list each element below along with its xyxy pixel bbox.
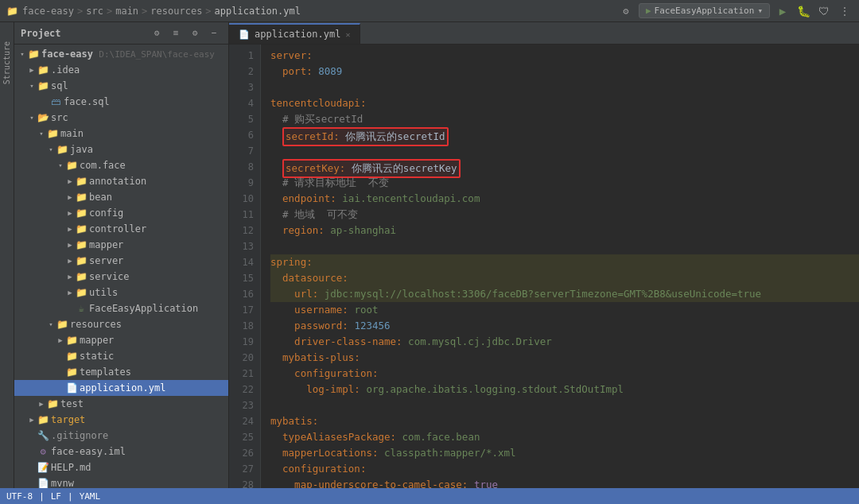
editor-content[interactable]: 1234 5678 9101112 13141516 17181920 2122…: [229, 45, 859, 488]
expand-arrow-java[interactable]: ▾: [46, 145, 56, 154]
tab-close-icon[interactable]: ✕: [345, 30, 350, 39]
tree-item-face-easy[interactable]: ▾ 📁 face-easy D:\IDEA_SPAN\face-easy: [14, 46, 228, 62]
code-line-13: [270, 238, 859, 254]
code-line-18: password: 123456: [270, 318, 859, 334]
breadcrumb-face-easy[interactable]: face-easy: [22, 6, 74, 17]
expand-arrow-annotation[interactable]: ▶: [65, 176, 75, 186]
tree-item-mvnw[interactable]: 📄 mvnw: [14, 475, 228, 488]
tree-item-face-sql[interactable]: 🗃 face.sql: [14, 94, 228, 110]
folder-icon-service: 📁: [75, 270, 87, 283]
tree-item-src[interactable]: ▾ 📂 src: [14, 110, 228, 126]
tree-item-main[interactable]: ▾ 📁 main: [14, 126, 228, 142]
tree-item-faceapp[interactable]: ☕ FaceEasyApplication: [14, 300, 228, 316]
tree-label-target: target: [51, 414, 85, 425]
expand-arrow-controller[interactable]: ▶: [65, 224, 75, 234]
run-config-dropdown-icon[interactable]: ▾: [757, 6, 763, 16]
tree-item-resources[interactable]: ▾ 📁 resources: [14, 316, 228, 332]
tree-label-sql: sql: [51, 80, 68, 91]
sql-file-icon: 🗃: [49, 95, 62, 108]
settings-icon[interactable]: ⚙: [618, 3, 634, 19]
tree-item-iml[interactable]: ⚙ face-easy.iml: [14, 444, 228, 459]
tree-item-bean[interactable]: ▶ 📁 bean: [14, 189, 228, 205]
tree-item-utils[interactable]: ▶ 📁 utils: [14, 285, 228, 300]
expand-arrow-target[interactable]: ▶: [27, 415, 37, 425]
tree-item-service[interactable]: ▶ 📁 service: [14, 269, 228, 285]
expand-arrow-idea[interactable]: ▶: [27, 65, 37, 75]
tree-item-gitignore[interactable]: 🔧 .gitignore: [14, 428, 228, 444]
code-line-4: tencentcloudapi:: [270, 95, 859, 111]
tree-label-main: main: [60, 128, 84, 139]
tree-item-mapper[interactable]: ▶ 📁 mapper: [14, 237, 228, 253]
coverage-button[interactable]: 🛡: [816, 3, 832, 19]
folder-icon-controller: 📁: [75, 223, 87, 235]
structure-icon[interactable]: Structure: [2, 41, 11, 84]
expand-arrow-test[interactable]: ▶: [37, 399, 46, 409]
tree-item-application-yml[interactable]: 📄 application.yml: [14, 380, 228, 396]
code-line-17: username: root: [270, 302, 859, 318]
sidebar-gear-icon[interactable]: ⚙: [187, 25, 203, 41]
code-line-21: configuration:: [270, 366, 859, 382]
tree-item-config[interactable]: ▶ 📁 config: [14, 205, 228, 221]
tree-item-mapper-res[interactable]: ▶ 📁 mapper: [14, 332, 228, 348]
tree-label-face-sql: face.sql: [64, 96, 110, 107]
tree-item-com-face[interactable]: ▾ 📁 com.face: [14, 157, 228, 173]
expand-arrow-mapper-res[interactable]: ▶: [56, 335, 65, 345]
tree-item-templates[interactable]: 📁 templates: [14, 364, 228, 380]
expand-arrow-face-easy[interactable]: ▾: [17, 49, 27, 59]
code-line-1: server:: [270, 48, 859, 64]
tree-item-annotation[interactable]: ▶ 📁 annotation: [14, 173, 228, 189]
run-button[interactable]: ▶: [775, 3, 791, 19]
tree-label-mapper: mapper: [89, 239, 123, 250]
tree-item-static[interactable]: 📁 static: [14, 348, 228, 364]
expand-arrow-bean[interactable]: ▶: [65, 192, 75, 202]
tree-item-target[interactable]: ▶ 📁 target: [14, 412, 228, 428]
tree-item-help[interactable]: 📝 HELP.md: [14, 459, 228, 475]
folder-icon-annotation: 📁: [75, 175, 87, 188]
expand-arrow-service[interactable]: ▶: [65, 272, 75, 281]
tree-item-java[interactable]: ▾ 📁 java: [14, 142, 228, 157]
tree-label-faceapp: FaceEasyApplication: [89, 303, 198, 314]
expand-arrow-sql[interactable]: ▾: [27, 81, 37, 91]
tree-item-sql[interactable]: ▾ 📁 sql: [14, 78, 228, 94]
breadcrumb-project-icon: 📁: [6, 6, 18, 17]
tree-item-controller[interactable]: ▶ 📁 controller: [14, 221, 228, 237]
tree-label-service: service: [89, 271, 130, 282]
folder-icon-bean: 📁: [75, 191, 87, 204]
folder-icon-target: 📁: [37, 413, 49, 426]
tree-label-com-face: com.face: [80, 160, 126, 171]
expand-arrow-server[interactable]: ▶: [65, 256, 75, 266]
expand-arrow-mapper[interactable]: ▶: [65, 240, 75, 250]
tree-label-iml: face-easy.iml: [51, 446, 126, 457]
tab-yml-label: application.yml: [255, 29, 340, 40]
expand-arrow-main[interactable]: ▾: [37, 129, 46, 138]
folder-icon-idea: 📁: [37, 64, 49, 76]
tree-item-test[interactable]: ▶ 📁 test: [14, 396, 228, 412]
main-area: Structure Project ⚙ ≡ ⚙ − ▾ 📁 face-easy …: [0, 22, 859, 488]
tree-item-idea[interactable]: ▶ 📁 .idea: [14, 62, 228, 78]
more-button[interactable]: ⋮: [837, 3, 853, 19]
expand-arrow-src[interactable]: ▾: [27, 113, 37, 122]
sidebar-layout-icon[interactable]: ≡: [168, 25, 184, 41]
folder-icon-utils: 📁: [75, 286, 87, 299]
tree-label-annotation: annotation: [89, 176, 146, 187]
top-bar: 📁 face-easy > src > main > resources > a…: [0, 0, 859, 22]
code-line-26: mapperLocations: classpath:mapper/*.xml: [270, 445, 859, 461]
sidebar-settings-icon[interactable]: ⚙: [149, 25, 165, 41]
code-line-25: typeAliasesPackage: com.face.bean: [270, 429, 859, 445]
expand-arrow-config[interactable]: ▶: [65, 208, 75, 218]
expand-arrow-com-face[interactable]: ▾: [56, 161, 65, 170]
tree-item-server[interactable]: ▶ 📁 server: [14, 253, 228, 269]
debug-button[interactable]: 🐛: [795, 3, 811, 19]
expand-arrow-resources[interactable]: ▾: [46, 320, 56, 329]
code-line-5: # 购买secretId: [270, 111, 859, 127]
run-config[interactable]: ▶ FaceEasyApplication ▾: [639, 3, 770, 18]
breadcrumb-file[interactable]: application.yml: [215, 6, 301, 17]
breadcrumb-resources[interactable]: resources: [150, 6, 202, 17]
breadcrumb-src[interactable]: src: [86, 6, 103, 17]
expand-arrow-utils[interactable]: ▶: [65, 288, 75, 297]
line-numbers: 1234 5678 9101112 13141516 17181920 2122…: [229, 45, 261, 488]
gitignore-icon: 🔧: [37, 429, 49, 442]
editor-tab-yml[interactable]: 📄 application.yml ✕: [229, 23, 360, 44]
sidebar-minus-icon[interactable]: −: [206, 25, 222, 41]
breadcrumb-main[interactable]: main: [115, 6, 138, 17]
